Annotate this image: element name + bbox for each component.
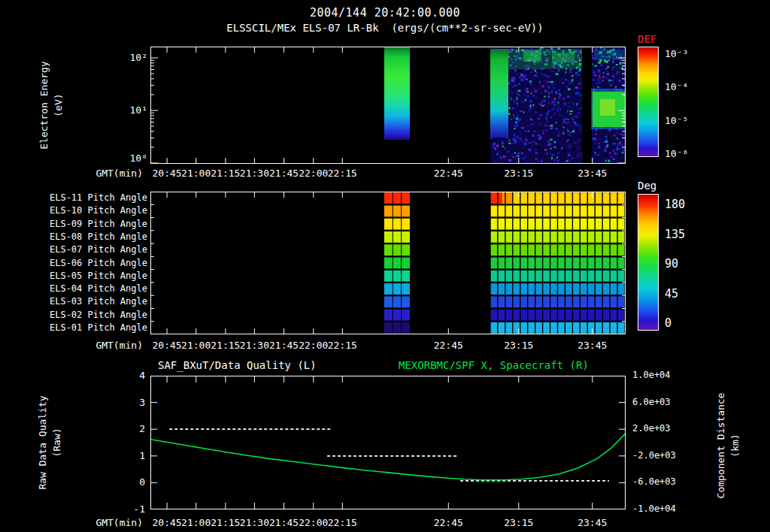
distance-tick-label: 2.0e+03 (632, 423, 693, 434)
energy-tick-label: 10¹ (114, 104, 147, 116)
pitch-angle-panel (150, 192, 626, 334)
def-colorbar-tick: 10⁻³ (665, 48, 708, 59)
page-subtitle: ELSSCIL/MEx ELS-07 LR-Bk (ergs/(cm**2-sr… (0, 22, 770, 34)
deg-colorbar-tick: 0 (665, 316, 698, 330)
pitch-angle-row-label: ELS-10 Pitch Angle (45, 205, 147, 216)
line-plot-panel (150, 376, 626, 509)
def-colorbar-title: DEF (638, 33, 656, 45)
raw-quality-axis-line1: Raw Data Quality (37, 395, 48, 489)
line-plot-axes (151, 376, 626, 509)
distance-tick-label: -6.0e+03 (632, 476, 693, 487)
x-tick-label: 23:15 (496, 517, 541, 528)
x-tick-label: 22:45 (426, 340, 471, 351)
pitch-angle-row-label: ELS-04 Pitch Angle (45, 283, 147, 294)
pitch-angle-row-label: ELS-09 Pitch Angle (45, 219, 147, 229)
gmt-axis-label: GMT(min) (74, 517, 143, 528)
pitch-angle-row-label: ELS-01 Pitch Angle (45, 322, 147, 333)
component-distance-axis-line2: (km) (729, 434, 741, 457)
raw-quality-tick-label: -1 (115, 503, 145, 515)
page-title: 2004/144 20:42:00.000 (0, 6, 770, 20)
distance-tick-label: -1.0e+04 (632, 503, 693, 514)
component-distance-axis-label: Component Distance(km) (711, 372, 744, 518)
def-colorbar (638, 47, 659, 157)
raw-quality-tick-label: 0 (115, 476, 145, 488)
pitch-angle-row-label: ELS-11 Pitch Angle (45, 192, 147, 203)
x-tick-label: 23:45 (570, 340, 615, 351)
gmt-axis-label: GMT(min) (74, 168, 143, 179)
deg-colorbar-tick: 180 (665, 198, 698, 211)
x-tick-label: 22:15 (320, 340, 365, 351)
energy-tick-label: 10⁰ (114, 153, 147, 164)
def-colorbar-tick: 10⁻⁴ (665, 81, 708, 92)
raw-quality-tick-label: 3 (115, 397, 145, 408)
distance-tick-label: 6.0e+03 (632, 397, 693, 407)
raw-quality-axis-label: Raw Data Quality(Raw) (33, 376, 66, 509)
deg-colorbar-tick: 45 (665, 287, 698, 301)
plot-page: 2004/144 20:42:00.000 ELSSCIL/MEx ELS-07… (0, 0, 770, 532)
pitch-angle-row-label: ELS-03 Pitch Angle (45, 296, 147, 307)
deg-colorbar-tick: 90 (665, 257, 698, 271)
spectrogram-data (384, 47, 626, 164)
energy-axis-label-line2: (eV) (53, 93, 64, 116)
def-colorbar-tick: 10⁻⁶ (665, 148, 708, 159)
pitch-angle-row-label: ELS-06 Pitch Angle (45, 258, 147, 268)
raw-quality-axis-line2: (Raw) (51, 428, 62, 457)
def-colorbar-tick: 10⁻⁵ (665, 115, 708, 126)
quality-series-title: SAF_BXuT/Data Quality (L) (158, 359, 317, 371)
deg-colorbar-tick: 135 (665, 228, 698, 241)
distance-tick-label: 1.0e+04 (632, 370, 693, 380)
pitch-angle-data (384, 192, 625, 334)
energy-axis-label: Electron Energy(eV) (35, 47, 68, 164)
x-tick-label: 22:15 (320, 168, 365, 179)
spectrogram-panel (150, 47, 626, 164)
x-tick-label: 23:45 (570, 517, 615, 528)
pitch-angle-row-label: ELS-02 Pitch Angle (45, 310, 147, 320)
distance-tick-label: -2.0e+03 (632, 450, 693, 461)
x-tick-label: 23:15 (496, 340, 541, 351)
pitch-angle-row-label: ELS-05 Pitch Angle (45, 271, 147, 281)
x-tick-label: 22:45 (426, 517, 471, 528)
pitch-angle-row-label: ELS-08 Pitch Angle (45, 231, 147, 242)
x-tick-label: 22:45 (426, 168, 471, 179)
deg-colorbar-title: Deg (638, 180, 656, 192)
x-tick-label: 23:45 (570, 168, 615, 179)
x-tick-label: 22:15 (320, 517, 365, 528)
energy-tick-label: 10² (114, 52, 147, 63)
energy-axis-label-line1: Electron Energy (38, 61, 50, 149)
raw-quality-tick-label: 4 (115, 370, 145, 381)
component-distance-axis-line1: Component Distance (715, 392, 726, 498)
raw-quality-tick-label: 2 (115, 423, 145, 434)
spacecraft-series-title: MEXORBMC/SPF X, Spacecraft (R) (399, 359, 589, 371)
raw-quality-tick-label: 1 (115, 450, 145, 461)
deg-colorbar (638, 194, 659, 331)
pitch-angle-row-label: ELS-07 Pitch Angle (45, 244, 147, 255)
gmt-axis-label: GMT(min) (74, 340, 143, 351)
x-tick-label: 23:15 (496, 168, 541, 179)
